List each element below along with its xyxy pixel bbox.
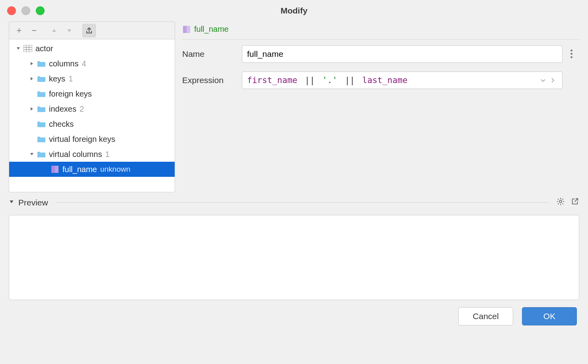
svg-rect-15 [183,26,187,33]
folder-icon [37,90,46,97]
chevron-right-icon[interactable] [28,61,35,66]
preview-collapse-toggle[interactable] [9,199,14,206]
preview-section: Preview [0,197,588,300]
window-controls [7,6,45,15]
move-up-button[interactable] [47,24,61,37]
tree-node-label: virtual foreign keys [49,135,115,144]
column-icon [182,26,191,33]
name-input[interactable] [242,45,563,63]
folder-icon [37,75,46,82]
svg-marker-0 [52,29,56,32]
folder-icon [37,136,46,143]
kebab-icon: ••• [567,49,575,59]
folder-icon [37,60,46,67]
tree-node-label: full_name [62,165,97,174]
structure-tree[interactable]: actor columns 4 keys 1 [9,39,175,192]
tree-node-label: foreign keys [49,89,92,99]
svg-rect-13 [51,166,55,173]
tree-node-count: 2 [80,105,84,114]
svg-marker-1 [67,29,71,32]
tree-node-keys[interactable]: keys 1 [9,71,175,86]
export-up-icon [85,27,93,35]
tree-node-indexes[interactable]: indexes 2 [9,101,175,116]
preview-open-external-button[interactable] [570,197,579,208]
svg-rect-3 [23,45,32,52]
chevron-down-icon[interactable] [540,77,546,83]
expr-token: first_name [247,76,297,85]
tree-node-label: indexes [49,105,76,114]
preview-settings-button[interactable] [556,197,565,208]
svg-point-17 [559,200,562,203]
name-more-button[interactable]: ••• [563,50,579,58]
triangle-down-icon [66,27,72,34]
remove-button[interactable]: − [27,24,41,37]
add-button[interactable]: + [12,24,26,37]
window-zoom-button[interactable] [36,6,45,15]
name-row: Name ••• [182,45,579,63]
expression-input[interactable]: first_name || '.' || last_name [242,72,563,89]
tree-node-checks[interactable]: checks [9,116,175,132]
preview-title: Preview [18,198,48,207]
folder-icon [37,105,46,112]
cancel-button[interactable]: Cancel [458,307,513,325]
chevron-right-icon[interactable] [549,77,556,83]
breadcrumb: full_name [182,25,579,40]
tree-node-label: actor [35,44,53,53]
expr-token: || [345,76,355,85]
chevron-right-icon[interactable] [28,76,35,81]
tree-node-full-name[interactable]: full_name unknown [9,162,175,177]
column-icon [51,166,59,173]
svg-line-22 [558,199,559,199]
table-icon [23,45,32,52]
tree-node-foreign-keys[interactable]: foreign keys [9,86,175,101]
tree-node-type: unknown [100,165,130,174]
preview-area[interactable] [9,215,579,300]
folder-icon [37,120,46,128]
svg-marker-10 [31,107,33,110]
export-button[interactable] [82,24,96,37]
tree-toolbar: + − [9,21,175,39]
svg-line-25 [558,203,559,204]
tree-node-label: columns [49,59,78,68]
svg-marker-8 [31,62,33,65]
tree-node-virtual-columns[interactable]: virtual columns 1 [9,147,175,162]
dialog-footer: Cancel OK [0,300,588,325]
structure-tree-panel: + − [9,21,175,192]
expr-token: last_name [362,76,408,85]
svg-marker-11 [30,153,33,155]
svg-marker-2 [17,47,20,50]
ok-button[interactable]: OK [522,307,577,325]
expr-token: '.' [322,76,337,85]
svg-line-23 [563,203,563,204]
open-external-icon [570,197,579,206]
properties-panel: full_name Name ••• Expression first_name… [182,21,579,192]
breadcrumb-label: full_name [194,25,229,34]
window-minimize-button[interactable] [21,6,30,15]
tree-node-label: keys [49,74,65,83]
chevron-down-icon[interactable] [15,46,22,51]
tree-node-label: checks [49,120,74,129]
expression-row: Expression first_name || '.' || last_nam… [182,72,579,89]
chevron-down-icon[interactable] [28,152,35,157]
tree-node-count: 1 [105,150,109,159]
expr-token: || [305,76,315,85]
svg-marker-16 [10,201,13,203]
svg-line-24 [563,199,563,199]
move-down-button[interactable] [62,24,76,37]
svg-marker-9 [31,77,33,80]
name-label: Name [182,49,242,59]
folder-icon [37,151,46,158]
tree-node-columns[interactable]: columns 4 [9,56,175,71]
divider [56,202,549,203]
tree-node-count: 1 [68,74,73,83]
svg-marker-26 [561,199,562,199]
window-close-button[interactable] [7,6,16,15]
window-title: Modify [0,6,588,15]
chevron-right-icon[interactable] [28,106,35,111]
gear-icon [556,197,565,206]
tree-node-label: virtual columns [49,150,102,159]
tree-root-actor[interactable]: actor [9,41,175,56]
tree-node-virtual-foreign-keys[interactable]: virtual foreign keys [9,132,175,147]
tree-node-count: 4 [82,59,86,68]
triangle-up-icon [51,27,57,34]
